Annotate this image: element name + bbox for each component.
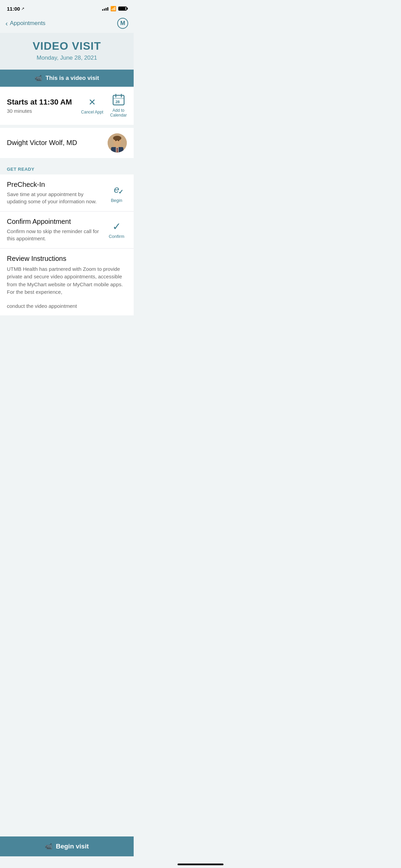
nav-bar: ‹ Appointments M	[0, 15, 134, 33]
bottom-spacer	[0, 315, 134, 357]
video-banner-text: This is a video visit	[46, 75, 99, 82]
cancel-x-icon: ✕	[88, 97, 96, 108]
header-section: VIDEO VISIT Monday, June 28, 2021	[0, 33, 134, 70]
cancel-appointment-button[interactable]: ✕ Cancel Appt	[81, 97, 104, 114]
appointment-info: Starts at 11:30 AM 30 minutes	[7, 98, 72, 114]
status-time: 11:00 ↗	[7, 6, 24, 12]
precheck-card: PreCheck-In Save time at your appointmen…	[0, 174, 134, 212]
signal-icon	[102, 7, 108, 11]
cancel-label: Cancel Appt	[81, 110, 104, 114]
status-icons: 📶	[102, 6, 127, 11]
divider-2	[0, 158, 134, 161]
confirm-content: Confirm Appointment Confirm now to skip …	[7, 218, 106, 242]
appointment-card: Starts at 11:30 AM 30 minutes ✕ Cancel A…	[0, 87, 134, 125]
doctor-card: Dwight Victor Wolf, MD	[0, 128, 134, 158]
svg-rect-11	[117, 148, 118, 153]
visit-type-title: VIDEO VISIT	[7, 40, 127, 52]
precheck-begin-label: Begin	[111, 198, 122, 203]
user-avatar-button[interactable]: M	[117, 18, 128, 29]
confirm-label: Confirm	[109, 234, 124, 239]
appointment-time: Starts at 11:30 AM	[7, 98, 72, 107]
wifi-icon: 📶	[110, 6, 116, 11]
add-calendar-label: Add to Calendar	[110, 108, 127, 118]
review-description: UTMB Health has partnered with Zoom to p…	[7, 265, 127, 296]
partial-text: conduct the video appointment	[0, 302, 134, 316]
review-title: Review Instructions	[7, 255, 127, 263]
visit-date: Monday, June 28, 2021	[7, 55, 127, 61]
svg-point-7	[113, 136, 121, 141]
precheck-begin-button[interactable]: e ✓ Begin	[106, 183, 127, 203]
back-arrow-icon: ‹	[5, 20, 8, 27]
svg-rect-1	[113, 98, 124, 99]
confirm-appointment-card: Confirm Appointment Confirm now to skip …	[0, 212, 134, 249]
review-instructions-card: Review Instructions UTMB Health has part…	[0, 249, 134, 302]
confirm-button[interactable]: ✓ Confirm	[106, 220, 127, 239]
doctor-avatar	[108, 133, 127, 153]
video-camera-icon: 📹	[35, 74, 42, 82]
precheck-icon: e ✓	[110, 183, 123, 196]
svg-point-12	[116, 140, 117, 141]
time-display: 11:00	[7, 6, 20, 12]
user-initial: M	[120, 20, 125, 27]
add-to-calendar-button[interactable]: 28 Add to Calendar	[110, 94, 127, 118]
confirm-description: Confirm now to skip the reminder call fo…	[7, 228, 101, 242]
svg-text:28: 28	[116, 100, 120, 104]
location-arrow-icon: ↗	[21, 7, 24, 11]
back-label: Appointments	[10, 20, 46, 27]
doctor-name: Dwight Victor Wolf, MD	[7, 139, 77, 147]
svg-point-13	[118, 140, 119, 141]
confirm-title: Confirm Appointment	[7, 218, 101, 226]
precheck-description: Save time at your appointment by updatin…	[7, 191, 101, 205]
divider-1	[0, 125, 134, 128]
calendar-icon: 28	[112, 94, 125, 106]
confirm-checkmark-icon: ✓	[112, 220, 121, 232]
partial-bottom-text: conduct the video appointment	[7, 303, 77, 309]
doctor-photo	[108, 133, 127, 153]
back-button[interactable]: ‹ Appointments	[5, 20, 46, 27]
status-bar: 11:00 ↗ 📶	[0, 0, 134, 15]
get-ready-label: GET READY	[0, 161, 134, 174]
precheck-title: PreCheck-In	[7, 181, 101, 189]
appointment-actions: ✕ Cancel Appt 28 Add to Calendar	[81, 94, 127, 118]
precheck-content: PreCheck-In Save time at your appointmen…	[7, 181, 106, 205]
appointment-duration: 30 minutes	[7, 108, 72, 114]
battery-icon	[118, 7, 127, 11]
video-visit-banner: 📹 This is a video visit	[0, 70, 134, 87]
